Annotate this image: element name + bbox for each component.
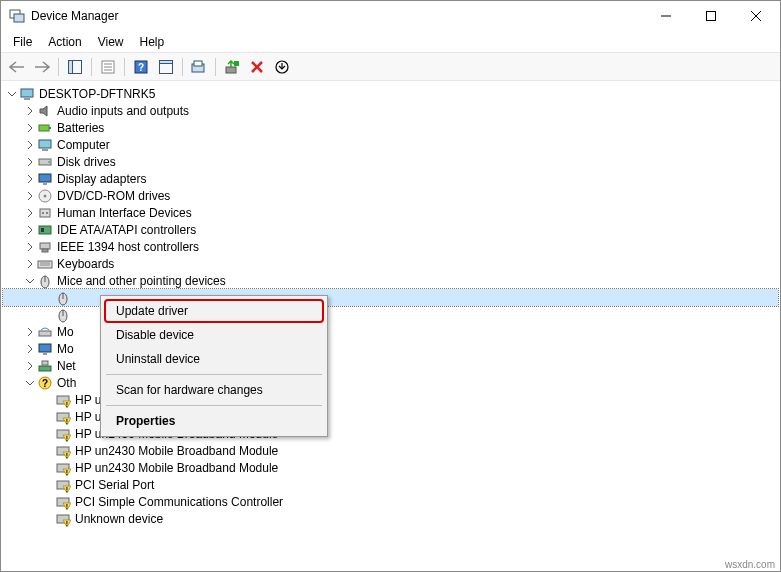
tree-device-node[interactable]: ! Unknown device xyxy=(3,510,778,527)
svg-rect-53 xyxy=(43,353,47,355)
expander-open-icon[interactable] xyxy=(23,274,37,288)
svg-point-56 xyxy=(39,377,51,389)
expander-closed-icon[interactable] xyxy=(23,104,37,118)
tree-category-node[interactable]: Human Interface Devices xyxy=(3,204,778,221)
svg-rect-52 xyxy=(39,344,51,352)
svg-rect-58 xyxy=(57,396,69,404)
toolbar-properties-button[interactable] xyxy=(96,56,120,78)
expander-closed-icon[interactable] xyxy=(23,138,37,152)
expander-closed-icon[interactable] xyxy=(23,172,37,186)
menu-help[interactable]: Help xyxy=(132,33,173,51)
toolbar-back-button[interactable] xyxy=(5,56,29,78)
svg-text:?: ? xyxy=(42,378,48,389)
svg-rect-15 xyxy=(160,60,173,63)
tree-category-node[interactable]: Keyboards xyxy=(3,255,778,272)
unknown-device-warning-icon: ! xyxy=(55,494,71,510)
svg-point-37 xyxy=(46,212,48,214)
svg-rect-55 xyxy=(42,361,48,365)
svg-point-45 xyxy=(41,276,49,288)
ide-icon xyxy=(37,222,53,238)
expander-closed-icon[interactable] xyxy=(23,359,37,373)
svg-text:!: ! xyxy=(66,401,68,408)
toolbar-forward-button[interactable] xyxy=(30,56,54,78)
tree-category-node[interactable]: Batteries xyxy=(3,119,778,136)
tree-node-label: DVD/CD-ROM drives xyxy=(57,189,170,203)
toolbar-uninstall-button[interactable] xyxy=(245,56,269,78)
context-menu-separator xyxy=(106,405,322,406)
tree-category-node[interactable]: IDE ATA/ATAPI controllers xyxy=(3,221,778,238)
toolbar-scan-button[interactable] xyxy=(187,56,211,78)
svg-text:!: ! xyxy=(66,520,68,527)
svg-line-5 xyxy=(751,11,761,21)
toolbar-disable-button[interactable] xyxy=(270,56,294,78)
svg-rect-76 xyxy=(57,498,69,506)
context-menu-properties[interactable]: Properties xyxy=(104,409,324,433)
svg-line-4 xyxy=(751,11,761,21)
tree-root-node[interactable]: DESKTOP-DFTNRK5 xyxy=(3,85,778,102)
expander-closed-icon[interactable] xyxy=(23,257,37,271)
expander-none xyxy=(41,308,55,322)
toolbar-help-button[interactable]: ? xyxy=(129,56,153,78)
svg-rect-70 xyxy=(57,464,69,472)
menu-view[interactable]: View xyxy=(90,33,132,51)
svg-marker-80 xyxy=(63,520,71,527)
expander-closed-icon[interactable] xyxy=(23,121,37,135)
tree-category-node[interactable]: IEEE 1394 host controllers xyxy=(3,238,778,255)
expander-open-icon[interactable] xyxy=(5,87,19,101)
expander-closed-icon[interactable] xyxy=(23,206,37,220)
watermark: wsxdn.com xyxy=(725,559,775,570)
tree-category-mice[interactable]: Mice and other pointing devices xyxy=(3,272,778,289)
expander-closed-icon[interactable] xyxy=(23,223,37,237)
toolbar-show-hide-tree-button[interactable] xyxy=(63,56,87,78)
tree-category-node[interactable]: DVD/CD-ROM drives xyxy=(3,187,778,204)
svg-text:!: ! xyxy=(66,486,68,493)
tree-device-node[interactable]: ! PCI Serial Port xyxy=(3,476,778,493)
unknown-device-warning-icon: ! xyxy=(55,477,71,493)
tree-node-label: Mo xyxy=(57,325,74,339)
tree-category-node[interactable]: Disk drives xyxy=(3,153,778,170)
context-menu-scan[interactable]: Scan for hardware changes xyxy=(104,378,324,402)
tree-node-label: Keyboards xyxy=(57,257,114,271)
toolbar-update-driver-button[interactable] xyxy=(220,56,244,78)
svg-rect-31 xyxy=(39,174,51,182)
expander-closed-icon[interactable] xyxy=(23,240,37,254)
svg-rect-79 xyxy=(57,515,69,523)
tree-category-node[interactable]: Audio inputs and outputs xyxy=(3,102,778,119)
svg-marker-71 xyxy=(63,469,71,476)
expander-closed-icon[interactable] xyxy=(23,325,37,339)
expander-closed-icon[interactable] xyxy=(23,155,37,169)
tree-category-node[interactable]: Display adapters xyxy=(3,170,778,187)
context-menu-uninstall-device[interactable]: Uninstall device xyxy=(104,347,324,371)
toolbar-action-button[interactable] xyxy=(154,56,178,78)
tree-node-label: Mo xyxy=(57,342,74,356)
toolbar-separator xyxy=(124,58,125,76)
svg-rect-42 xyxy=(38,261,52,268)
close-button[interactable] xyxy=(733,1,778,31)
unknown-device-warning-icon: ! xyxy=(55,511,71,527)
tree-device-node[interactable]: ! PCI Simple Communications Controller xyxy=(3,493,778,510)
svg-rect-40 xyxy=(40,243,50,249)
svg-rect-7 xyxy=(69,60,73,73)
tree-category-node[interactable]: Computer xyxy=(3,136,778,153)
expander-open-icon[interactable] xyxy=(23,376,37,390)
menu-file[interactable]: File xyxy=(5,33,40,51)
context-menu-disable-device[interactable]: Disable device xyxy=(104,323,324,347)
window-title: Device Manager xyxy=(31,9,643,23)
expander-closed-icon[interactable] xyxy=(23,189,37,203)
menu-action[interactable]: Action xyxy=(40,33,89,51)
disk-icon xyxy=(37,154,53,170)
svg-rect-17 xyxy=(194,61,202,66)
expander-none xyxy=(41,427,55,441)
tree-node-label: Net xyxy=(57,359,76,373)
expander-none xyxy=(41,495,55,509)
tree-device-node[interactable]: ! HP un2430 Mobile Broadband Module xyxy=(3,459,778,476)
expander-closed-icon[interactable] xyxy=(23,342,37,356)
context-menu-update-driver[interactable]: Update driver xyxy=(104,299,324,323)
expander-none xyxy=(41,461,55,475)
tree-device-node[interactable]: ! HP un2430 Mobile Broadband Module xyxy=(3,442,778,459)
minimize-button[interactable] xyxy=(643,1,688,31)
other-devices-icon: ? xyxy=(37,375,53,391)
maximize-button[interactable] xyxy=(688,1,733,31)
toolbar-separator xyxy=(58,58,59,76)
svg-marker-77 xyxy=(63,503,71,510)
